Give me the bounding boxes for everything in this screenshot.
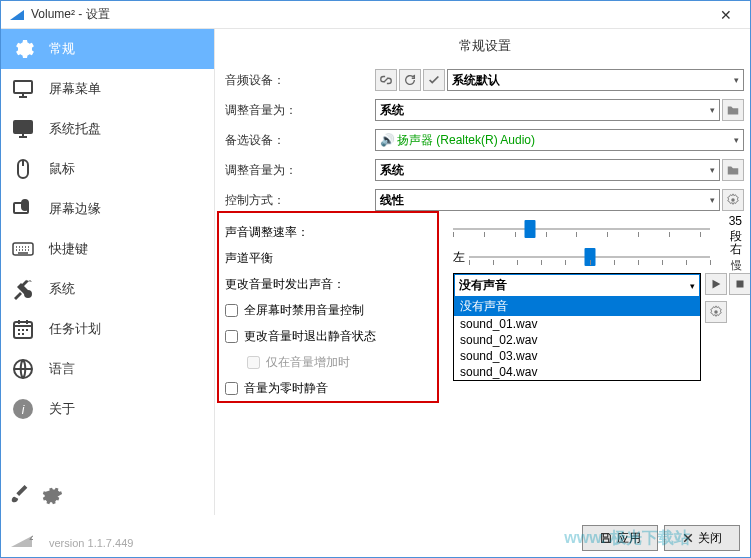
chevron-down-icon: ▾ <box>734 135 739 145</box>
chevron-down-icon: ▾ <box>710 165 715 175</box>
control-method-combo[interactable]: 线性 ▾ <box>375 189 720 211</box>
app-icon <box>9 7 25 23</box>
balance-right-label: 右 <box>730 242 742 256</box>
chevron-down-icon: ▾ <box>710 195 715 205</box>
gear-small-icon[interactable] <box>41 484 63 509</box>
page-title: 常规设置 <box>225 37 744 55</box>
checkbox-input[interactable] <box>225 330 238 343</box>
checkbox-input[interactable] <box>225 304 238 317</box>
titlebar: Volume² - 设置 ✕ <box>1 1 750 29</box>
combo-value: 没有声音 <box>459 277 690 294</box>
sidebar-item-label: 屏幕边缘 <box>49 200 101 218</box>
label-adjust-2: 调整音量为： <box>225 162 375 179</box>
chevron-down-icon: ▾ <box>710 105 715 115</box>
apply-button[interactable]: 应用 <box>582 525 658 551</box>
tray-icon <box>11 117 35 141</box>
folder-button[interactable] <box>722 99 744 121</box>
dropdown-option[interactable]: sound_01.wav <box>454 316 700 332</box>
folder-button[interactable] <box>722 159 744 181</box>
chevron-down-icon: ▾ <box>690 281 695 291</box>
dropdown-option[interactable]: 没有声音 <box>454 297 700 316</box>
gear-icon <box>11 37 35 61</box>
alt-device-combo[interactable]: 🔊 扬声器 (Realtek(R) Audio) ▾ <box>375 129 744 151</box>
sidebar-item-system[interactable]: 系统 <box>1 269 214 309</box>
globe-icon <box>11 357 35 381</box>
edge-icon <box>11 197 35 221</box>
combo-value: 系统 <box>380 162 710 179</box>
label-adjust-1: 调整音量为： <box>225 102 375 119</box>
sidebar-item-osd[interactable]: 屏幕菜单 <box>1 69 214 109</box>
combo-value: 扬声器 (Realtek(R) Audio) <box>397 132 734 149</box>
sidebar-item-edges[interactable]: 屏幕边缘 <box>1 189 214 229</box>
footer: 2 version 1.1.7.449 应用 关闭 <box>1 515 750 557</box>
info-icon: i <box>11 397 35 421</box>
audio-device-combo[interactable]: 系统默认 ▾ <box>447 69 744 91</box>
adjust1-combo[interactable]: 系统 ▾ <box>375 99 720 121</box>
main-area: 常规 屏幕菜单 系统托盘 鼠标 屏幕边缘 快捷键 系统 任务计划 <box>1 29 750 515</box>
content-panel: 常规设置 音频设备： 系统默认 ▾ 调整音量为： 系统 ▾ <box>215 29 750 515</box>
dropdown-option[interactable]: sound_02.wav <box>454 332 700 348</box>
adjust2-combo[interactable]: 系统 ▾ <box>375 159 720 181</box>
settings-button-2[interactable] <box>705 301 727 323</box>
sidebar-item-label: 语言 <box>49 360 75 378</box>
keyboard-icon <box>11 237 35 261</box>
balance-left-label: 左 <box>453 249 465 266</box>
speaker-icon: 🔊 <box>380 133 395 147</box>
link-button[interactable] <box>375 69 397 91</box>
check-button[interactable] <box>423 69 445 91</box>
sidebar-item-label: 关于 <box>49 400 75 418</box>
combo-value: 线性 <box>380 192 710 209</box>
sidebar-item-scheduler[interactable]: 任务计划 <box>1 309 214 349</box>
checkbox-zero-mute[interactable]: 音量为零时静音 <box>225 375 435 401</box>
sidebar-item-label: 屏幕菜单 <box>49 80 101 98</box>
checkbox-input <box>247 356 260 369</box>
label-sound-on-change: 更改音量时发出声音： <box>225 271 435 297</box>
close-button[interactable]: ✕ <box>706 3 746 27</box>
label-rate: 声音调整速率： <box>225 219 435 245</box>
label-balance: 声道平衡 <box>225 245 435 271</box>
calendar-icon <box>11 317 35 341</box>
sound-combo[interactable]: 没有声音 ▾ <box>454 274 700 297</box>
sound-dropdown-open: 没有声音 ▾ 没有声音 sound_01.wav sound_02.wav so… <box>453 273 701 381</box>
sidebar-item-general[interactable]: 常规 <box>1 29 214 69</box>
play-button[interactable] <box>705 273 727 295</box>
sidebar-item-label: 系统 <box>49 280 75 298</box>
sidebar-item-hotkeys[interactable]: 快捷键 <box>1 229 214 269</box>
chevron-down-icon: ▾ <box>734 75 739 85</box>
svg-rect-5 <box>22 200 28 210</box>
checkbox-input[interactable] <box>225 382 238 395</box>
sidebar: 常规 屏幕菜单 系统托盘 鼠标 屏幕边缘 快捷键 系统 任务计划 <box>1 29 215 515</box>
sidebar-item-language[interactable]: 语言 <box>1 349 214 389</box>
brush-icon[interactable] <box>9 484 31 509</box>
refresh-button[interactable] <box>399 69 421 91</box>
svg-marker-12 <box>713 280 721 289</box>
footer-tools <box>9 484 63 509</box>
app-mini-icon: 2 <box>11 534 33 551</box>
sidebar-item-mouse[interactable]: 鼠标 <box>1 149 214 189</box>
balance-slider[interactable] <box>469 246 710 268</box>
checkbox-only-increase: 仅在音量增加时 <box>225 349 435 375</box>
window-title: Volume² - 设置 <box>31 6 706 23</box>
sidebar-item-label: 任务计划 <box>49 320 101 338</box>
svg-text:2: 2 <box>29 534 33 543</box>
mouse-icon <box>11 157 35 181</box>
monitor-icon <box>11 77 35 101</box>
label-control-method: 控制方式： <box>225 192 375 209</box>
slow-label: 慢 <box>731 259 742 271</box>
sidebar-item-label: 常规 <box>49 40 75 58</box>
combo-value: 系统默认 <box>452 72 734 89</box>
svg-marker-0 <box>10 10 24 20</box>
sidebar-item-about[interactable]: i 关于 <box>1 389 214 429</box>
svg-rect-2 <box>14 121 32 133</box>
rate-slider[interactable] <box>453 218 710 240</box>
dropdown-option[interactable]: sound_04.wav <box>454 364 700 380</box>
svg-rect-13 <box>737 281 744 288</box>
settings-button[interactable] <box>722 189 744 211</box>
checkbox-exit-mute[interactable]: 更改音量时退出静音状态 <box>225 323 435 349</box>
stop-button[interactable] <box>729 273 751 295</box>
svg-point-14 <box>714 310 718 314</box>
sidebar-item-tray[interactable]: 系统托盘 <box>1 109 214 149</box>
dropdown-option[interactable]: sound_03.wav <box>454 348 700 364</box>
close-footer-button[interactable]: 关闭 <box>664 525 740 551</box>
checkbox-fullscreen[interactable]: 全屏幕时禁用音量控制 <box>225 297 435 323</box>
